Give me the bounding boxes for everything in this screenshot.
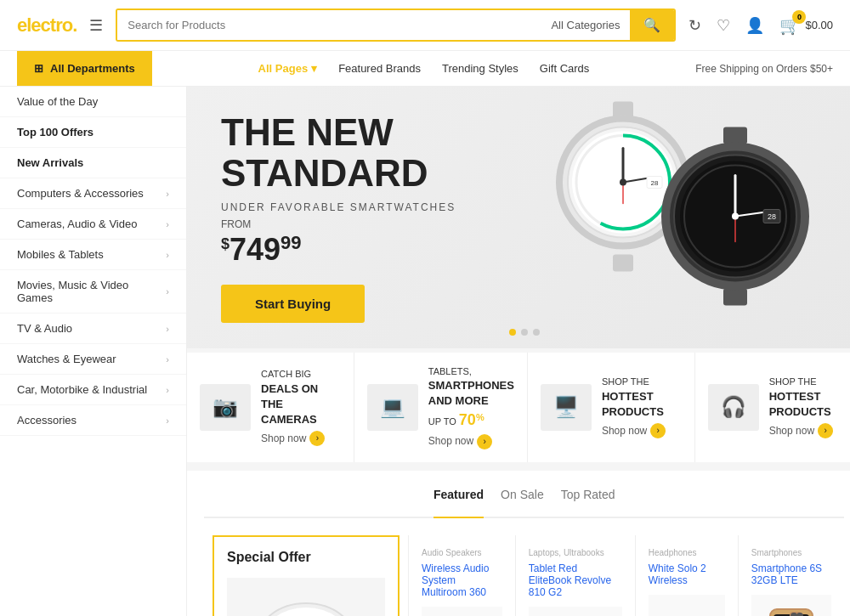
sidebar-item-cameras[interactable]: Cameras, Audio & Video › <box>0 209 186 240</box>
product-category-3: Headphones <box>649 548 725 557</box>
header-icons: ↻ ♡ 👤 🛒 0 $0.00 <box>688 15 833 36</box>
hottest1-promo-text: SHOP THEHOTTESTPRODUCTS Shop now › <box>602 376 666 438</box>
nav-label-trending-styles: Trending Styles <box>442 62 518 75</box>
hero-subtitle: UNDER FAVORABLE SMARTWATCHES <box>221 201 456 213</box>
header: electro. ☰ All Categories 🔍 ↻ ♡ 👤 🛒 0 $0… <box>0 0 850 51</box>
search-input[interactable] <box>117 10 541 40</box>
hero-banner: THE NEW STANDARD UNDER FAVORABLE SMARTWA… <box>187 87 850 348</box>
arrow-icon: › <box>166 324 169 334</box>
tab-top-rated[interactable]: Top Rated <box>561 488 615 508</box>
watches-svg: 28 <box>504 97 844 335</box>
logo-dot: . <box>72 14 76 36</box>
svg-point-22 <box>732 212 739 219</box>
right-content: THE NEW STANDARD UNDER FAVORABLE SMARTWA… <box>187 87 850 616</box>
hero-dot-2[interactable] <box>521 329 528 336</box>
hottest1-promo-image: 🖥️ <box>541 384 592 431</box>
tab-on-sale-label: On Sale <box>501 488 544 501</box>
hero-dot-1[interactable] <box>509 329 516 336</box>
hero-from: FROM <box>221 218 456 230</box>
promo-banner-hottest1[interactable]: 🖥️ SHOP THEHOTTESTPRODUCTS Shop now › <box>528 353 695 462</box>
svg-text:28: 28 <box>651 178 659 186</box>
hero-dot-3[interactable] <box>533 329 540 336</box>
svg-rect-1 <box>613 254 633 271</box>
all-departments-btn[interactable]: ⊞ All Departments <box>17 51 152 86</box>
all-departments-label: All Departments <box>50 62 135 75</box>
nav-link-gift-cards[interactable]: Gift Cards <box>540 62 590 75</box>
promo-banner-hottest2[interactable]: 🎧 SHOP THEHOTTESTPRODUCTS Shop now › <box>695 353 850 462</box>
cameras-promo-image: 📷 <box>200 384 251 431</box>
arrow-icon: › <box>166 219 169 229</box>
nav-link-all-pages[interactable]: All Pages ▾ <box>258 62 318 75</box>
promo-banners: 📷 CATCH BIGDEALS ON THECAMERAS Shop now … <box>187 353 850 462</box>
search-category-select[interactable]: All Categories <box>541 10 630 40</box>
sidebar-item-mobiles[interactable]: Mobiles & Tablets › <box>0 240 186 270</box>
sidebar-item-watches-eyewear[interactable]: Watches & Eyewear › <box>0 344 186 375</box>
svg-rect-14 <box>723 288 747 305</box>
products-section: Featured On Sale Top Rated Special Offer <box>187 471 850 616</box>
tab-on-sale[interactable]: On Sale <box>501 488 544 508</box>
logo[interactable]: electro. <box>17 14 76 37</box>
nav-label-gift-cards: Gift Cards <box>540 62 590 75</box>
hottest2-promo-image: 🎧 <box>708 384 759 431</box>
hamburger-menu[interactable]: ☰ <box>89 16 103 35</box>
promo-banner-cameras[interactable]: 📷 CATCH BIGDEALS ON THECAMERAS Shop now … <box>187 353 354 462</box>
cart-icon[interactable]: 🛒 0 $0.00 <box>779 15 833 36</box>
sidebar-item-top-100[interactable]: Top 100 Offers <box>0 117 186 148</box>
shop-now-icon: › <box>818 423 833 438</box>
product-category-2: Laptops, Ultrabooks <box>529 548 622 557</box>
tab-top-rated-label: Top Rated <box>561 488 615 501</box>
nav-links: All Pages ▾ Featured Brands Trending Sty… <box>258 51 590 86</box>
arrow-icon: › <box>166 189 169 199</box>
product-category-1: Audio Speakers <box>422 548 502 557</box>
free-shipping-notice: Free Shipping on Orders $50+ <box>695 63 833 75</box>
search-button[interactable]: 🔍 <box>630 10 674 40</box>
product-image-4 <box>751 595 832 616</box>
tab-featured-label: Featured <box>434 488 484 501</box>
logo-text: electro <box>17 14 72 36</box>
hero-watches-image: 28 <box>504 97 844 337</box>
arrow-icon: › <box>166 415 169 426</box>
shop-now-icon: › <box>650 423 666 438</box>
user-icon[interactable]: 👤 <box>745 16 764 35</box>
sidebar-item-accessories[interactable]: Accessories › <box>0 405 186 436</box>
sidebar-item-car[interactable]: Car, Motorbike & Industrial › <box>0 375 186 405</box>
nav-bar: ⊞ All Departments All Pages ▾ Featured B… <box>0 51 850 87</box>
product-name-4[interactable]: Smartphone 6S 32GB LTE <box>751 562 832 586</box>
shop-now-icon: › <box>309 431 325 446</box>
wishlist-icon[interactable]: ♡ <box>717 16 730 35</box>
nav-link-featured-brands[interactable]: Featured Brands <box>338 62 421 75</box>
tab-featured[interactable]: Featured <box>434 488 484 518</box>
products-grid: Audio Speakers Wireless Audio System Mul… <box>408 535 844 616</box>
cart-badge: 0 <box>792 10 806 24</box>
tablets-promo-image: 💻 <box>367 384 418 431</box>
sidebar-item-tv-audio[interactable]: TV & Audio › <box>0 314 186 344</box>
nav-link-trending-styles[interactable]: Trending Styles <box>442 62 518 75</box>
hero-cta-button[interactable]: Start Buying <box>221 285 365 323</box>
tablets-promo-text: TABLETS,SMARTPHONESAND MORE UP TO 70% Sh… <box>428 365 514 449</box>
shop-now-icon: › <box>477 434 492 449</box>
svg-point-10 <box>620 178 626 185</box>
product-category-4: Smartphones <box>751 548 832 557</box>
svg-rect-13 <box>723 127 747 144</box>
sidebar-item-new-arrivals[interactable]: New Arrivals <box>0 148 186 178</box>
hero-dots <box>509 329 540 336</box>
nav-label-featured-brands: Featured Brands <box>338 62 421 75</box>
product-name-1[interactable]: Wireless Audio System Multiroom 360 <box>422 562 502 598</box>
hero-title-line2: STANDARD <box>221 152 428 194</box>
product-card-1: Audio Speakers Wireless Audio System Mul… <box>408 535 515 616</box>
product-name-2[interactable]: Tablet Red EliteBook Revolve 810 G2 <box>529 562 622 598</box>
grid-icon: ⊞ <box>34 62 43 75</box>
promo-banner-tablets[interactable]: 💻 TABLETS,SMARTPHONESAND MORE UP TO 70% … <box>354 353 528 462</box>
hottest2-promo-text: SHOP THEHOTTESTPRODUCTS Shop now › <box>769 376 833 438</box>
nav-label-all-pages: All Pages <box>258 62 309 75</box>
product-name-3[interactable]: White Solo 2 Wireless <box>649 562 725 586</box>
refresh-icon[interactable]: ↻ <box>688 16 701 35</box>
cameras-promo-text: CATCH BIGDEALS ON THECAMERAS Shop now › <box>261 368 341 446</box>
arrow-icon: › <box>166 385 169 395</box>
products-tabs: Featured On Sale Top Rated <box>204 488 844 518</box>
sidebar-item-movies[interactable]: Movies, Music & Video Games › <box>0 270 186 314</box>
sidebar-item-value-of-day[interactable]: Value of the Day <box>0 87 186 117</box>
sidebar-item-computers[interactable]: Computers & Accessories › <box>0 178 186 209</box>
product-card-2: Laptops, Ultrabooks Tablet Red EliteBook… <box>515 535 635 616</box>
product-image-2 <box>529 607 622 616</box>
